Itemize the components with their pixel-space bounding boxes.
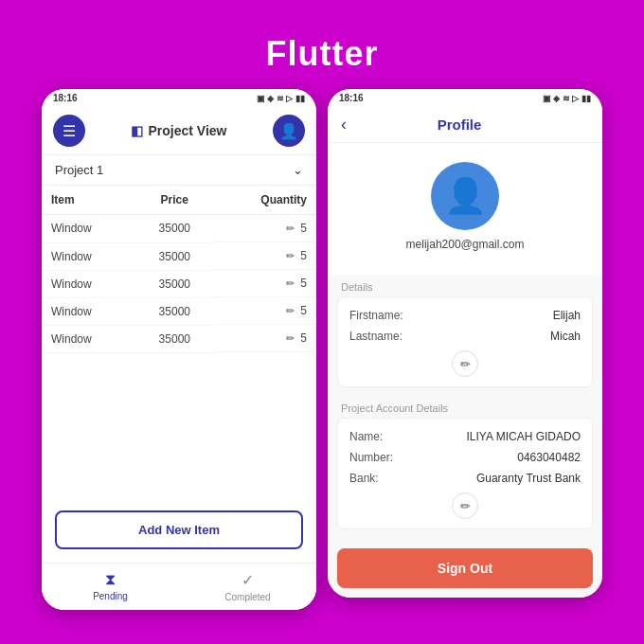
row-edit-icon[interactable]: ✏: [286, 277, 295, 290]
menu-button[interactable]: ☰: [53, 115, 85, 147]
status-time-left: 18:16: [53, 93, 78, 103]
cell-price: 35000: [134, 215, 214, 243]
completed-label: Completed: [224, 592, 270, 602]
left-phone: 18:16 ▣ ◈ ≋ ▷ ▮▮ ☰ ◧ Project View 👤 Proj…: [42, 89, 316, 610]
details-edit-button[interactable]: ✏: [452, 350, 478, 377]
pending-icon: ⧗: [105, 571, 116, 588]
cell-quantity: 5: [300, 249, 307, 262]
details-card: Firstname: Elijah Lastname: Micah ✏: [337, 296, 593, 387]
cell-quantity: 5: [300, 304, 307, 317]
cell-item: Window: [42, 242, 134, 270]
details-edit-row: ✏: [349, 347, 581, 379]
bank-value: Guaranty Trust Bank: [476, 472, 581, 485]
person-icon: 👤: [279, 122, 298, 140]
cell-price: 35000: [134, 270, 214, 297]
sign-out-button[interactable]: Sign Out: [337, 548, 593, 588]
row-edit-icon[interactable]: ✏: [286, 305, 295, 317]
avatar-button[interactable]: 👤: [273, 115, 305, 147]
bank-label: Bank:: [349, 472, 379, 485]
cell-quantity-row: ✏ 5: [214, 325, 316, 352]
cell-quantity: 5: [300, 222, 307, 235]
avatar-person-icon: 👤: [444, 176, 487, 216]
row-edit-icon[interactable]: ✏: [286, 250, 295, 262]
right-phone: 18:16 ▣ ◈ ≋ ▷ ▮▮ ‹ Profile 👤 melijah200@…: [328, 89, 602, 598]
name-row: Name: ILIYA MICAH GIDADO: [349, 426, 581, 447]
status-time-right: 18:16: [339, 93, 364, 103]
status-icons-left: ▣ ◈ ≋ ▷ ▮▮: [257, 94, 305, 103]
cell-item: Window: [42, 297, 134, 325]
cell-quantity-row: ✏ 5: [214, 215, 316, 242]
pending-label: Pending: [93, 591, 128, 601]
name-value: ILIYA MICAH GIDADO: [467, 430, 581, 443]
row-edit-icon[interactable]: ✏: [286, 223, 295, 235]
status-bar-right: 18:16 ▣ ◈ ≋ ▷ ▮▮: [328, 89, 602, 107]
details-section-label: Details: [328, 276, 602, 296]
back-button[interactable]: ‹: [341, 115, 347, 134]
table-row: Window 35000 ✏ 5: [42, 242, 316, 270]
status-icons-right: ▣ ◈ ≋ ▷ ▮▮: [543, 94, 591, 103]
items-table: Item Price Quantity Window 35000 ✏ 5 Win…: [42, 186, 316, 353]
phones-container: 18:16 ▣ ◈ ≋ ▷ ▮▮ ☰ ◧ Project View 👤 Proj…: [42, 89, 602, 610]
row-edit-icon[interactable]: ✏: [286, 332, 295, 345]
cell-price: 35000: [134, 297, 214, 325]
cell-quantity-row: ✏ 5: [214, 297, 316, 325]
cell-item: Window: [42, 270, 134, 297]
account-edit-button[interactable]: ✏: [452, 492, 478, 519]
hamburger-icon: ☰: [63, 122, 76, 140]
page-title: Flutter: [266, 34, 379, 74]
add-new-item-button[interactable]: Add New Item: [55, 510, 303, 549]
app-bar-left: ☰ ◧ Project View 👤: [42, 107, 316, 155]
table-row: Window 35000 ✏ 5: [42, 325, 316, 352]
cell-quantity: 5: [300, 277, 307, 290]
profile-app-bar: ‹ Profile: [328, 107, 602, 143]
number-row: Number: 0463040482: [349, 447, 581, 468]
col-header-quantity: Quantity: [214, 186, 316, 215]
firstname-value: Elijah: [553, 309, 581, 322]
col-header-item: Item: [42, 186, 134, 215]
col-header-price: Price: [134, 186, 214, 215]
avatar: 👤: [431, 162, 499, 230]
account-edit-row: ✏: [349, 489, 581, 521]
app-bar-title-left: ◧ Project View: [85, 123, 273, 138]
nav-pending[interactable]: ⧗ Pending: [42, 564, 179, 610]
firstname-row: Firstname: Elijah: [349, 305, 581, 326]
project-label: Project 1: [55, 163, 103, 177]
table-row: Window 35000 ✏ 5: [42, 297, 316, 325]
account-section-label: Project Account Details: [328, 397, 602, 418]
lastname-label: Lastname:: [349, 330, 402, 343]
cell-quantity-row: ✏ 5: [214, 270, 316, 297]
completed-icon: ✓: [242, 571, 254, 589]
status-bar-left: 18:16 ▣ ◈ ≋ ▷ ▮▮: [42, 89, 316, 107]
number-label: Number:: [349, 451, 393, 464]
cell-quantity: 5: [300, 331, 307, 345]
firstname-label: Firstname:: [349, 309, 403, 322]
account-card: Name: ILIYA MICAH GIDADO Number: 0463040…: [337, 418, 593, 529]
profile-title: Profile: [354, 116, 564, 133]
cell-quantity-row: ✏ 5: [214, 242, 316, 270]
cell-price: 35000: [134, 325, 214, 352]
avatar-section: 👤 melijah200@gmail.com: [328, 143, 602, 276]
number-value: 0463040482: [517, 451, 581, 464]
email-display: melijah200@gmail.com: [328, 238, 602, 251]
cell-item: Window: [42, 215, 134, 243]
name-label: Name:: [349, 430, 383, 443]
project-row: Project 1 ⌄: [42, 155, 316, 186]
project-icon: ◧: [131, 123, 143, 138]
lastname-value: Micah: [550, 330, 581, 343]
table-row: Window 35000 ✏ 5: [42, 270, 316, 297]
bottom-nav: ⧗ Pending ✓ Completed: [42, 563, 316, 610]
nav-completed[interactable]: ✓ Completed: [179, 564, 316, 610]
dropdown-icon[interactable]: ⌄: [293, 163, 303, 177]
cell-item: Window: [42, 325, 134, 352]
left-phone-body: Project 1 ⌄ Item Price Quantity Window 3…: [42, 155, 316, 610]
right-phone-body: 👤 melijah200@gmail.com Details Firstname…: [328, 143, 602, 598]
table-row: Window 35000 ✏ 5: [42, 215, 316, 243]
cell-price: 35000: [134, 242, 214, 270]
bank-row: Bank: Guaranty Trust Bank: [349, 468, 581, 489]
lastname-row: Lastname: Micah: [349, 326, 581, 347]
